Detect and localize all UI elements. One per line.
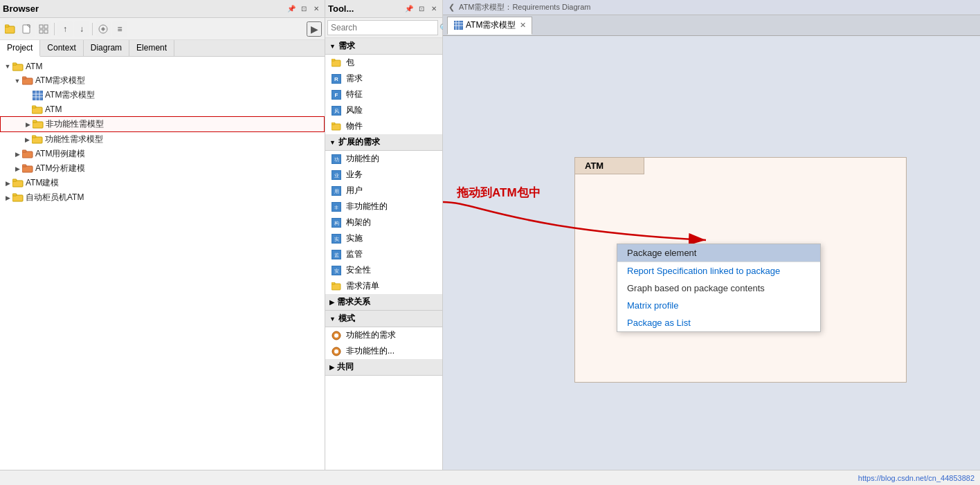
expand-arrow-button[interactable]: ▶ (307, 21, 322, 37)
section-ext-needs-label: 扩展的需求 (338, 136, 380, 148)
folder-icon-bao (331, 57, 342, 68)
section-needs-header[interactable]: ▼ 需求 (325, 38, 442, 55)
toolbox-pin-icon[interactable]: 📌 (403, 3, 415, 15)
grid-button[interactable] (36, 21, 51, 37)
context-menu-item-package-element[interactable]: Package element (617, 244, 820, 262)
open-folder-button[interactable] (3, 21, 18, 37)
toolbox-content: ▼ 需求 包 R 需求 (325, 38, 442, 470)
gear-req-icon-nonfunc (331, 346, 342, 357)
toolbox-item-non-func[interactable]: 非 非功能性的 (325, 199, 442, 214)
label-req-list: 需求清单 (346, 280, 379, 292)
tab-element[interactable]: Element (129, 40, 174, 56)
diagram-tab-atm-req[interactable]: ATM需求模型 ✕ (447, 17, 532, 35)
expander-analysis[interactable]: ▶ (12, 164, 22, 174)
needs-expander-icon: ▼ (329, 43, 336, 50)
toolbox-item-artifact[interactable]: 物件 (325, 118, 442, 134)
req-relations-expander-icon: ▶ (329, 299, 334, 306)
toolbox-item-risk[interactable]: 风 风险 (325, 102, 442, 118)
toolbox-search-input[interactable] (327, 20, 438, 35)
folder-icon-usecase (22, 149, 33, 160)
section-modes-header[interactable]: ▼ 模式 (325, 311, 442, 327)
context-menu: Package element Report Specification lin… (617, 244, 821, 332)
svg-rect-21 (33, 120, 37, 122)
section-req-relations-header[interactable]: ▶ 需求关系 (325, 294, 442, 311)
req-icon-user: 用 (331, 185, 342, 196)
svg-rect-5 (44, 25, 48, 28)
expander-func-model[interactable]: ▶ (22, 135, 32, 145)
folder-icon-build (12, 178, 24, 189)
tree-item-func-model[interactable]: ▶ 功能性需求模型 (0, 132, 325, 147)
toolbar-separator-2 (92, 23, 93, 35)
svg-rect-12 (22, 77, 26, 79)
tree-item-build[interactable]: ▶ ATM建模 (0, 176, 325, 190)
toolbox-close-icon[interactable]: ✕ (428, 3, 439, 15)
context-menu-item-package-list[interactable]: Package as List (617, 314, 820, 331)
expander-atm-root[interactable]: ▼ (3, 62, 12, 71)
expander-build[interactable]: ▶ (3, 179, 12, 188)
tree-item-teller[interactable]: ▶ 自动柜员机ATM (0, 190, 325, 205)
context-menu-item-matrix[interactable]: Matrix profile (617, 297, 820, 314)
toolbar-separator-1 (54, 23, 55, 35)
context-menu-item-graph[interactable]: Graph based on package contents (617, 280, 820, 297)
toolbox-item-business[interactable]: 业 业务 (325, 167, 442, 183)
diagram-tab-bar: ATM需求模型 ✕ (443, 15, 980, 36)
toolbox-item-feature[interactable]: F 特征 (325, 86, 442, 102)
browser-tree: ▼ ATM ▼ ATM需求模型 ▶ (0, 57, 325, 470)
label-arch: 构架的 (346, 217, 371, 228)
dock-icon[interactable]: ⊡ (298, 3, 309, 15)
toolbox-item-arch[interactable]: 构 构架的 (325, 214, 442, 230)
expander-non-func[interactable]: ▶ (23, 120, 33, 129)
req-icon-security: 安 (331, 265, 342, 276)
expander-atm-req-group[interactable]: ▼ (12, 76, 22, 86)
tree-item-atm-req-group[interactable]: ▼ ATM需求模型 (0, 73, 325, 88)
toolbox-item-req[interactable]: R 需求 (325, 71, 442, 86)
toolbox-item-monitor[interactable]: 监 监管 (325, 246, 442, 262)
toolbox-item-impl[interactable]: 实 实施 (325, 230, 442, 246)
svg-rect-27 (22, 165, 26, 167)
toolbox-item-functional[interactable]: 功 功能性的 (325, 151, 442, 167)
toolbox-item-func-req[interactable]: 功能性的需求 (325, 327, 442, 343)
arrow-down-button[interactable]: ↓ (74, 21, 89, 37)
tab-close-icon[interactable]: ✕ (520, 21, 526, 30)
toolbox-item-req-list[interactable]: 需求清单 (325, 278, 442, 294)
section-req-relations: ▶ 需求关系 (325, 294, 442, 311)
context-menu-item-report-spec[interactable]: Report Specification linked to package (617, 262, 820, 280)
tree-item-usecase[interactable]: ▶ ATM用例建模 (0, 147, 325, 161)
diagram-canvas[interactable]: 拖动到ATM包中 ATM Package element Report Spec… (443, 36, 980, 470)
folder-icon-func-model (32, 134, 43, 145)
toolbox-item-bao[interactable]: 包 (325, 55, 442, 71)
close-icon[interactable]: ✕ (311, 3, 322, 15)
toolbox-item-security[interactable]: 安 安全性 (325, 262, 442, 278)
tab-diagram[interactable]: Diagram (84, 40, 129, 56)
toolbox-dock-icon[interactable]: ⊡ (416, 3, 427, 15)
tree-item-atm-inner[interactable]: ▶ ATM (0, 102, 325, 116)
label-func-model: 功能性需求模型 (45, 134, 103, 145)
svg-text:监: 监 (334, 253, 339, 257)
folder-icon-non-func (33, 119, 44, 130)
section-common-header[interactable]: ▶ 共同 (325, 359, 442, 376)
common-expander-icon: ▶ (329, 364, 334, 371)
toolbox-item-non-func-req[interactable]: 非功能性的... (325, 343, 442, 359)
arrow-up-button[interactable]: ↑ (57, 21, 73, 37)
tree-item-non-func[interactable]: ▶ 非功能性需模型 (0, 116, 325, 132)
svg-text:实: 实 (334, 237, 339, 241)
annotation-text: 拖动到ATM包中 (457, 185, 541, 201)
tree-item-analysis[interactable]: ▶ ATM分析建模 (0, 161, 325, 176)
expander-teller[interactable]: ▶ (3, 193, 12, 203)
section-ext-needs-header[interactable]: ▼ 扩展的需求 (325, 134, 442, 151)
svg-rect-23 (32, 136, 36, 138)
atm-package-body: Package element Report Specification lin… (575, 174, 906, 382)
pin-icon[interactable]: 📌 (286, 3, 297, 15)
tab-project[interactable]: Project (0, 40, 40, 57)
flag-button[interactable] (96, 21, 111, 37)
back-nav-icon[interactable]: ❮ (448, 3, 455, 12)
tree-item-atm-req-diagram[interactable]: ▶ ATM需求模型 (0, 88, 325, 102)
toolbox-item-user[interactable]: 用 用户 (325, 183, 442, 199)
tree-item-atm-root[interactable]: ▼ ATM (0, 60, 325, 73)
menu-button[interactable]: ≡ (112, 21, 127, 37)
svg-rect-64 (454, 21, 463, 30)
new-file-button[interactable] (19, 21, 35, 37)
expander-usecase[interactable]: ▶ (12, 149, 22, 159)
tab-context[interactable]: Context (40, 40, 83, 56)
svg-point-61 (334, 333, 338, 338)
